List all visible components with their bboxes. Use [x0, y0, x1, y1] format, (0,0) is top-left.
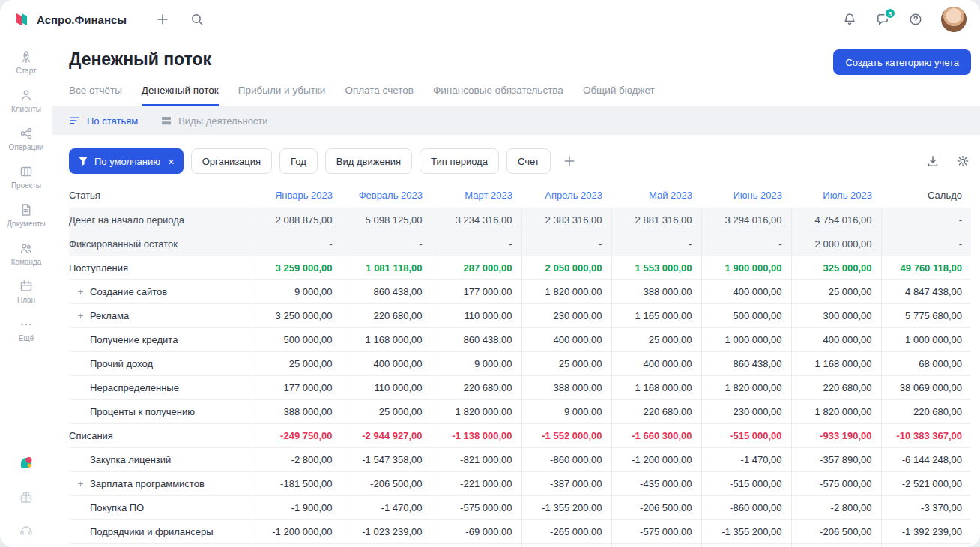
support-icon[interactable]	[19, 523, 34, 538]
filter-chip[interactable]: Вид движения	[325, 148, 412, 174]
cell-value: 5 098 125,00	[342, 208, 432, 232]
cell-value: 3 250 000,00	[252, 304, 342, 328]
expand-icon[interactable]: +	[76, 310, 85, 321]
cell-value: -1 900,00	[252, 496, 342, 520]
sidebar-item-team[interactable]: Команда	[7, 241, 46, 266]
cell-value: 1 165 000,00	[611, 304, 701, 328]
column-header-month[interactable]: Апрель 2023	[521, 185, 611, 208]
view-tab[interactable]: Виды деятельности	[160, 115, 267, 127]
create-category-button[interactable]: Создать категорию учета	[833, 49, 971, 75]
row-label: Закупка лицензий	[90, 454, 171, 465]
cell-value: 500 000,00	[701, 304, 791, 328]
filter-chips: ОрганизацияГодВид движенияТип периодаСче…	[191, 148, 551, 174]
people-icon	[19, 241, 34, 256]
sort-lines-icon	[69, 115, 81, 127]
cell-value: 25 000,00	[791, 280, 881, 304]
cell-value: -	[881, 232, 971, 256]
row-label: Проценты к получению	[90, 406, 195, 417]
sidebar-item-operations[interactable]: Операции	[7, 126, 46, 151]
cell-value: -1 470,00	[701, 544, 791, 547]
user-avatar[interactable]	[941, 7, 967, 32]
sidebar-item-more[interactable]: Ещё	[7, 317, 46, 342]
cell-value: -435 000,00	[611, 472, 701, 496]
tab-item[interactable]: Общий бюджет	[583, 85, 655, 106]
sidebar-item-plan[interactable]: План	[7, 279, 46, 304]
cell-value: -1 023 239,00	[342, 520, 432, 544]
cell-value: 49 760 118,00	[881, 256, 971, 280]
cell-value: 110 000,00	[342, 376, 432, 400]
cell-value: -515 000,00	[701, 424, 791, 448]
add-filter-button[interactable]	[562, 154, 577, 169]
settings-gear-icon[interactable]	[956, 154, 970, 168]
search-icon[interactable]	[190, 12, 205, 27]
help-icon[interactable]	[908, 12, 923, 27]
cell-value: -1 200 000,00	[611, 448, 701, 472]
cell-value: 9 000,00	[252, 280, 342, 304]
cashflow-table[interactable]: СтатьяЯнварь 2023Февраль 2023Март 2023Ап…	[52, 185, 980, 547]
column-header-month[interactable]: Февраль 2023	[342, 185, 432, 208]
sidebar-item-start[interactable]: Старт	[7, 49, 46, 75]
cell-value: 220 680,00	[611, 400, 701, 424]
column-header-month[interactable]: Март 2023	[432, 185, 521, 208]
column-header-month[interactable]: Июнь 2023	[701, 185, 791, 208]
add-icon[interactable]	[155, 12, 170, 27]
sidebar-item-documents[interactable]: Документы	[7, 202, 46, 228]
cell-value: -6 144 248,00	[881, 544, 971, 547]
cell-value: -221 000,00	[432, 472, 521, 496]
cell-value: 3 294 016,00	[701, 208, 791, 232]
clear-filter-icon[interactable]: ×	[168, 156, 175, 167]
table-actions	[926, 154, 970, 168]
expand-icon[interactable]: +	[76, 286, 85, 297]
aspro-mark-icon[interactable]	[17, 454, 35, 472]
filter-chip[interactable]: Тип периода	[420, 148, 499, 174]
table-row: Покупка ПО-1 900,00-1 470,00-575 000,00-…	[69, 496, 971, 520]
cell-value: 287 000,00	[432, 256, 521, 280]
table-row: Прочий доход25 000,00400 000,009 000,002…	[69, 352, 971, 376]
gift-icon[interactable]	[19, 490, 34, 505]
cell-value: 3 259 000,00	[252, 256, 342, 280]
sidebar-item-projects[interactable]: Проекты	[7, 164, 46, 190]
sidebar-items: СтартКлиентыОперацииПроектыДокументыКома…	[7, 49, 46, 355]
cell-value: -3 370,00	[881, 496, 971, 520]
cell-value: 2 050 000,00	[521, 256, 611, 280]
tab-item[interactable]: Прибыли и убытки	[238, 85, 326, 106]
view-tab[interactable]: По статьям	[69, 115, 138, 127]
chat-button[interactable]: 3	[875, 12, 890, 27]
column-header-month[interactable]: Январь 2023	[252, 185, 342, 208]
column-header-month[interactable]: Май 2023	[611, 185, 701, 208]
nodes-icon	[19, 126, 34, 141]
expand-icon[interactable]: +	[76, 478, 85, 489]
cell-value: 1 900 000,00	[701, 256, 791, 280]
cell-value: 1 168 000,00	[342, 328, 432, 352]
page-title: Денежный поток	[69, 49, 211, 70]
cell-value: 388 000,00	[611, 280, 701, 304]
filter-chip[interactable]: Счет	[506, 148, 551, 174]
tab-item[interactable]: Все отчёты	[69, 85, 122, 106]
cell-value: -249 750,00	[252, 424, 342, 448]
filter-chip[interactable]: Организация	[191, 148, 272, 174]
sidebar-item-clients[interactable]: Клиенты	[7, 88, 46, 113]
filter-chip[interactable]: Год	[279, 148, 318, 174]
cell-value: 9 000,00	[432, 352, 521, 376]
cell-value: -1 355 200,00	[521, 496, 611, 520]
brand[interactable]: Аспро.Финансы	[13, 11, 127, 28]
cell-value: -575 000,00	[791, 472, 881, 496]
table-row: Проценты к получению388 000,0025 000,001…	[69, 400, 971, 424]
tab-item[interactable]: Финансовые обязательства	[433, 85, 563, 106]
cell-value: 1 820 000,00	[432, 400, 521, 424]
notifications-bell-icon[interactable]	[842, 12, 857, 27]
cell-value: -	[342, 232, 432, 256]
download-icon[interactable]	[926, 154, 940, 168]
active-filter-chip[interactable]: По умолчанию ×	[69, 148, 184, 174]
column-header-article: Статья	[69, 185, 252, 208]
cell-value: 177 000,00	[432, 280, 521, 304]
cell-value: 220 680,00	[791, 376, 881, 400]
row-label: Списания	[69, 430, 113, 441]
column-header-month[interactable]: Июль 2023	[791, 185, 881, 208]
cell-value: 400 000,00	[521, 328, 611, 352]
sidebar-item-label: Документы	[7, 220, 46, 228]
filter-funnel-icon	[78, 156, 88, 166]
sidebar-item-label: Проекты	[11, 181, 41, 190]
tab-active[interactable]: Денежный поток	[142, 85, 219, 106]
tab-item[interactable]: Оплата счетов	[345, 85, 414, 106]
